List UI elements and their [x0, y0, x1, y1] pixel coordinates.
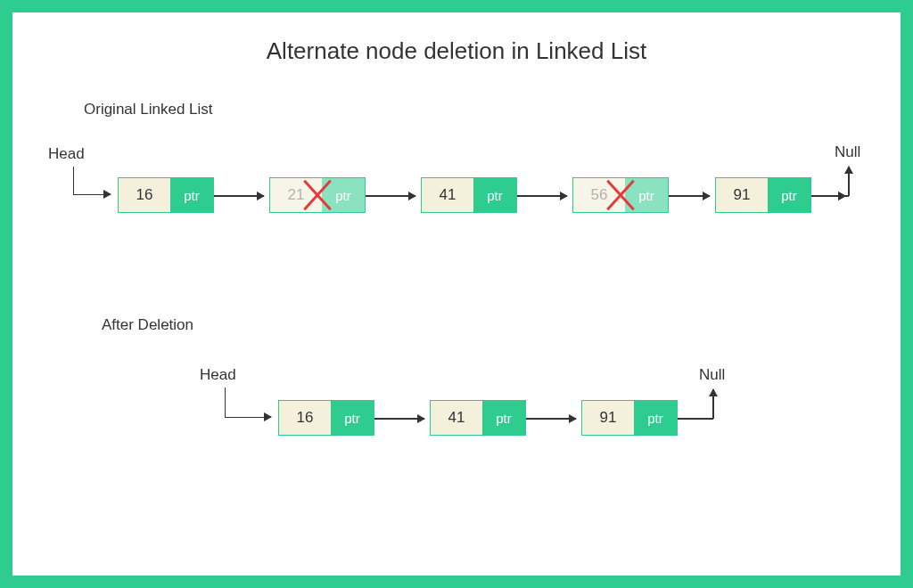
original-list-area: Head 16 ptr 21 ptr 41 ptr 56 ptr: [48, 129, 865, 236]
arrow-icon: [374, 418, 424, 420]
node-value: 56: [573, 178, 625, 212]
section-after-label: After Deletion: [102, 316, 865, 334]
node-ptr: ptr: [768, 178, 810, 212]
head-label: Head: [200, 366, 236, 384]
node-ptr: ptr: [482, 401, 525, 435]
head-arrow-icon: [73, 167, 111, 195]
list-node: 16 ptr: [278, 400, 374, 436]
arrow-icon: [214, 195, 264, 197]
list-node: 41 ptr: [430, 400, 526, 436]
arrow-icon: [517, 195, 567, 197]
diagram-title: Alternate node deletion in Linked List: [48, 37, 865, 65]
node-ptr: ptr: [473, 178, 516, 212]
arrow-up-icon: [712, 389, 714, 419]
node-ptr: ptr: [322, 178, 365, 212]
list-node: 91 ptr: [715, 177, 811, 213]
head-label: Head: [48, 145, 85, 163]
diagram-canvas: Alternate node deletion in Linked List O…: [12, 12, 901, 576]
node-value: 91: [716, 178, 768, 212]
node-value: 21: [270, 178, 322, 212]
diagram-frame: Alternate node deletion in Linked List O…: [0, 0, 913, 588]
list-node: 41 ptr: [421, 177, 517, 213]
list-node: 16 ptr: [118, 177, 214, 213]
arrow-up-icon: [848, 167, 850, 196]
null-label: Null: [699, 366, 725, 384]
arrow-icon: [366, 195, 415, 197]
node-value: 41: [431, 401, 482, 435]
list-node-deleted: 21 ptr: [269, 177, 366, 213]
arrow-icon: [526, 418, 576, 420]
arrow-icon: [669, 195, 710, 197]
arrow-segment: [811, 195, 849, 197]
node-ptr: ptr: [634, 401, 677, 435]
node-ptr: ptr: [170, 178, 213, 212]
arrow-segment: [678, 418, 713, 420]
list-node: 91 ptr: [581, 400, 678, 436]
head-arrow-icon: [225, 388, 271, 418]
node-value: 41: [422, 178, 473, 212]
node-value: 16: [119, 178, 170, 212]
section-original-label: Original Linked List: [84, 101, 865, 118]
list-node-deleted: 56 ptr: [572, 177, 669, 213]
node-ptr: ptr: [625, 178, 668, 212]
node-value: 91: [582, 401, 634, 435]
node-value: 16: [279, 401, 331, 435]
after-list-area: Head 16 ptr 41 ptr 91 ptr Nul: [48, 345, 865, 470]
null-label: Null: [835, 143, 860, 161]
node-ptr: ptr: [331, 401, 374, 435]
